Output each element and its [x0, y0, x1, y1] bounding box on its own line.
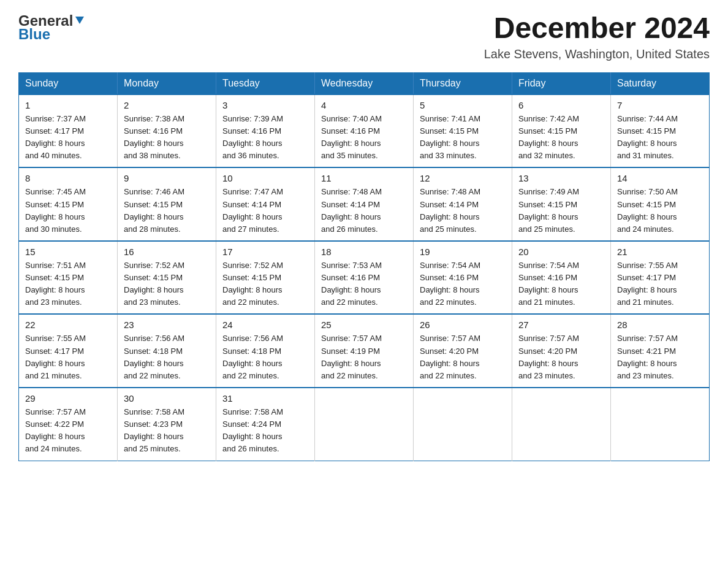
day-info: Sunrise: 7:47 AM Sunset: 4:14 PM Dayligh… [222, 186, 308, 236]
table-row: 19 Sunrise: 7:54 AM Sunset: 4:16 PM Dayl… [414, 241, 512, 315]
day-info: Sunrise: 7:52 AM Sunset: 4:15 PM Dayligh… [124, 259, 210, 309]
day-info: Sunrise: 7:58 AM Sunset: 4:24 PM Dayligh… [222, 406, 308, 456]
day-info: Sunrise: 7:57 AM Sunset: 4:21 PM Dayligh… [617, 332, 703, 382]
day-info: Sunrise: 7:57 AM Sunset: 4:20 PM Dayligh… [518, 332, 604, 382]
table-row: 11 Sunrise: 7:48 AM Sunset: 4:14 PM Dayl… [315, 167, 414, 241]
table-row: 21 Sunrise: 7:55 AM Sunset: 4:17 PM Dayl… [611, 241, 710, 315]
day-number: 1 [25, 100, 111, 110]
day-info: Sunrise: 7:57 AM Sunset: 4:22 PM Dayligh… [25, 406, 111, 456]
day-number: 4 [321, 100, 407, 110]
table-row: 10 Sunrise: 7:47 AM Sunset: 4:14 PM Dayl… [216, 167, 315, 241]
day-number: 18 [321, 247, 407, 257]
day-info: Sunrise: 7:48 AM Sunset: 4:14 PM Dayligh… [420, 186, 506, 236]
day-info: Sunrise: 7:57 AM Sunset: 4:20 PM Dayligh… [420, 332, 506, 382]
day-info: Sunrise: 7:49 AM Sunset: 4:15 PM Dayligh… [518, 186, 604, 236]
header-sunday: Sunday [19, 72, 118, 94]
day-number: 24 [222, 320, 308, 330]
table-row: 24 Sunrise: 7:56 AM Sunset: 4:18 PM Dayl… [216, 314, 315, 388]
day-info: Sunrise: 7:42 AM Sunset: 4:15 PM Dayligh… [518, 113, 604, 163]
month-title: December 2024 [484, 12, 710, 45]
day-number: 29 [25, 393, 111, 404]
day-number: 30 [124, 393, 210, 404]
day-number: 16 [124, 247, 210, 257]
table-row [512, 388, 611, 461]
table-row: 27 Sunrise: 7:57 AM Sunset: 4:20 PM Dayl… [512, 314, 611, 388]
day-info: Sunrise: 7:45 AM Sunset: 4:15 PM Dayligh… [25, 186, 111, 236]
table-row: 3 Sunrise: 7:39 AM Sunset: 4:16 PM Dayli… [216, 94, 315, 168]
day-number: 6 [518, 100, 604, 110]
day-info: Sunrise: 7:37 AM Sunset: 4:17 PM Dayligh… [25, 113, 111, 163]
day-info: Sunrise: 7:38 AM Sunset: 4:16 PM Dayligh… [124, 113, 210, 163]
day-number: 20 [518, 247, 604, 257]
table-row: 31 Sunrise: 7:58 AM Sunset: 4:24 PM Dayl… [216, 388, 315, 461]
table-row: 26 Sunrise: 7:57 AM Sunset: 4:20 PM Dayl… [414, 314, 512, 388]
day-number: 28 [617, 320, 703, 330]
day-info: Sunrise: 7:48 AM Sunset: 4:14 PM Dayligh… [321, 186, 407, 236]
day-info: Sunrise: 7:54 AM Sunset: 4:16 PM Dayligh… [518, 259, 604, 309]
day-info: Sunrise: 7:40 AM Sunset: 4:16 PM Dayligh… [321, 113, 407, 163]
table-row: 2 Sunrise: 7:38 AM Sunset: 4:16 PM Dayli… [118, 94, 216, 168]
day-number: 13 [518, 173, 604, 183]
table-row: 25 Sunrise: 7:57 AM Sunset: 4:19 PM Dayl… [315, 314, 414, 388]
day-number: 25 [321, 320, 407, 330]
calendar-week-row: 8 Sunrise: 7:45 AM Sunset: 4:15 PM Dayli… [19, 167, 710, 241]
table-row: 1 Sunrise: 7:37 AM Sunset: 4:17 PM Dayli… [19, 94, 118, 168]
header-saturday: Saturday [611, 72, 710, 94]
day-number: 3 [222, 100, 308, 110]
day-info: Sunrise: 7:51 AM Sunset: 4:15 PM Dayligh… [25, 259, 111, 309]
table-row [414, 388, 512, 461]
table-row: 9 Sunrise: 7:46 AM Sunset: 4:15 PM Dayli… [118, 167, 216, 241]
table-row: 5 Sunrise: 7:41 AM Sunset: 4:15 PM Dayli… [414, 94, 512, 168]
table-row: 18 Sunrise: 7:53 AM Sunset: 4:16 PM Dayl… [315, 241, 414, 315]
day-info: Sunrise: 7:57 AM Sunset: 4:19 PM Dayligh… [321, 332, 407, 382]
day-info: Sunrise: 7:52 AM Sunset: 4:15 PM Dayligh… [222, 259, 308, 309]
table-row: 16 Sunrise: 7:52 AM Sunset: 4:15 PM Dayl… [118, 241, 216, 315]
logo-triangle-icon [74, 14, 85, 28]
table-row: 30 Sunrise: 7:58 AM Sunset: 4:23 PM Dayl… [118, 388, 216, 461]
svg-marker-0 [75, 17, 84, 24]
table-row: 8 Sunrise: 7:45 AM Sunset: 4:15 PM Dayli… [19, 167, 118, 241]
table-row: 15 Sunrise: 7:51 AM Sunset: 4:15 PM Dayl… [19, 241, 118, 315]
day-number: 5 [420, 100, 506, 110]
table-row [611, 388, 710, 461]
header-monday: Monday [118, 72, 216, 94]
day-number: 9 [124, 173, 210, 183]
day-info: Sunrise: 7:55 AM Sunset: 4:17 PM Dayligh… [25, 332, 111, 382]
calendar-week-row: 15 Sunrise: 7:51 AM Sunset: 4:15 PM Dayl… [19, 241, 710, 315]
day-number: 8 [25, 173, 111, 183]
table-row: 20 Sunrise: 7:54 AM Sunset: 4:16 PM Dayl… [512, 241, 611, 315]
table-row: 13 Sunrise: 7:49 AM Sunset: 4:15 PM Dayl… [512, 167, 611, 241]
calendar-week-row: 29 Sunrise: 7:57 AM Sunset: 4:22 PM Dayl… [19, 388, 710, 461]
day-info: Sunrise: 7:41 AM Sunset: 4:15 PM Dayligh… [420, 113, 506, 163]
day-number: 12 [420, 173, 506, 183]
logo: General Blue [18, 12, 85, 42]
day-number: 31 [222, 393, 308, 404]
table-row: 29 Sunrise: 7:57 AM Sunset: 4:22 PM Dayl… [19, 388, 118, 461]
day-number: 23 [124, 320, 210, 330]
day-info: Sunrise: 7:50 AM Sunset: 4:15 PM Dayligh… [617, 186, 703, 236]
calendar-header-row: Sunday Monday Tuesday Wednesday Thursday… [19, 72, 710, 94]
day-number: 26 [420, 320, 506, 330]
table-row: 23 Sunrise: 7:56 AM Sunset: 4:18 PM Dayl… [118, 314, 216, 388]
calendar-week-row: 1 Sunrise: 7:37 AM Sunset: 4:17 PM Dayli… [19, 94, 710, 168]
day-number: 14 [617, 173, 703, 183]
day-info: Sunrise: 7:55 AM Sunset: 4:17 PM Dayligh… [617, 259, 703, 309]
day-number: 17 [222, 247, 308, 257]
day-info: Sunrise: 7:39 AM Sunset: 4:16 PM Dayligh… [222, 113, 308, 163]
day-info: Sunrise: 7:46 AM Sunset: 4:15 PM Dayligh… [124, 186, 210, 236]
calendar-table: Sunday Monday Tuesday Wednesday Thursday… [18, 72, 710, 461]
table-row: 28 Sunrise: 7:57 AM Sunset: 4:21 PM Dayl… [611, 314, 710, 388]
title-area: December 2024 Lake Stevens, Washington, … [484, 12, 710, 61]
day-info: Sunrise: 7:56 AM Sunset: 4:18 PM Dayligh… [124, 332, 210, 382]
table-row: 6 Sunrise: 7:42 AM Sunset: 4:15 PM Dayli… [512, 94, 611, 168]
day-info: Sunrise: 7:53 AM Sunset: 4:16 PM Dayligh… [321, 259, 407, 309]
day-number: 22 [25, 320, 111, 330]
day-number: 10 [222, 173, 308, 183]
table-row: 22 Sunrise: 7:55 AM Sunset: 4:17 PM Dayl… [19, 314, 118, 388]
day-number: 7 [617, 100, 703, 110]
table-row: 7 Sunrise: 7:44 AM Sunset: 4:15 PM Dayli… [611, 94, 710, 168]
header-friday: Friday [512, 72, 611, 94]
day-info: Sunrise: 7:58 AM Sunset: 4:23 PM Dayligh… [124, 406, 210, 456]
header-tuesday: Tuesday [216, 72, 315, 94]
header-thursday: Thursday [414, 72, 512, 94]
